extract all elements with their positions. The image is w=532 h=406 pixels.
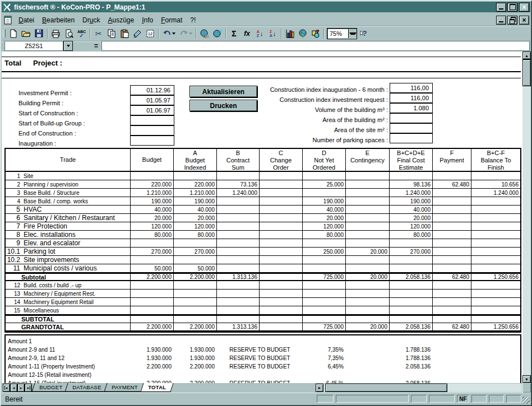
column-header[interactable]: Trade (6, 149, 131, 172)
value-cell[interactable]: 62.480 (433, 180, 471, 189)
value-cell[interactable] (131, 239, 174, 248)
value-cell[interactable]: 1.313.136 (217, 323, 260, 332)
value-cell[interactable] (471, 298, 520, 306)
value-cell[interactable] (471, 315, 520, 323)
value-cell[interactable]: 725.000 (303, 323, 346, 332)
value-cell[interactable] (390, 306, 433, 315)
value-cell[interactable] (303, 264, 346, 273)
value-cell[interactable] (217, 290, 260, 298)
maximize-button[interactable] (507, 3, 517, 12)
value-cell[interactable] (471, 239, 520, 248)
value-cell[interactable] (174, 290, 217, 298)
amount-percent[interactable]: 7,35% (303, 347, 346, 353)
value-cell[interactable] (260, 189, 303, 197)
amount-indexed[interactable]: 2.200.000 (174, 363, 217, 370)
resize-grip[interactable] (522, 396, 530, 404)
value-cell[interactable]: 220.000 (174, 180, 217, 189)
amount-budget[interactable]: 1.930.000 (131, 355, 174, 361)
value-cell[interactable] (217, 239, 260, 248)
tab-next-button[interactable]: ► (17, 384, 25, 392)
value-cell[interactable]: 98.136 (390, 180, 433, 189)
value-cell[interactable] (303, 290, 346, 298)
value-cell[interactable] (471, 264, 520, 273)
name-box[interactable]: Z52S1 (4, 41, 63, 51)
value-cell[interactable] (433, 306, 471, 315)
trade-cell[interactable]: 15Miscellaneous (6, 306, 131, 315)
amount-label[interactable]: Amount 2-9 and 11 (6, 347, 131, 353)
trade-cell[interactable]: SUBTOTAL (6, 315, 131, 323)
form-value-box[interactable]: 116,00 (390, 93, 433, 103)
value-cell[interactable] (303, 172, 346, 180)
tab-first-button[interactable]: ◄ (3, 384, 10, 392)
value-cell[interactable] (303, 298, 346, 306)
value-cell[interactable] (390, 239, 433, 248)
value-cell[interactable]: 20.000 (346, 248, 390, 256)
value-cell[interactable]: 20.000 (346, 323, 390, 332)
value-cell[interactable] (260, 281, 303, 290)
undo-dropdown-icon[interactable] (172, 32, 175, 35)
value-cell[interactable] (174, 256, 217, 264)
menu-item-format[interactable]: Format (157, 15, 186, 25)
value-cell[interactable] (346, 206, 390, 214)
value-cell[interactable] (131, 315, 174, 323)
menu-item-druck[interactable]: Druck (78, 15, 104, 25)
value-cell[interactable] (131, 256, 174, 264)
value-cell[interactable] (433, 264, 471, 273)
value-cell[interactable] (433, 172, 471, 180)
value-cell[interactable] (346, 281, 390, 290)
tab-last-button[interactable]: ► (25, 384, 32, 392)
value-cell[interactable] (303, 281, 346, 290)
value-cell[interactable] (217, 206, 260, 214)
column-header[interactable]: DNot YetOrdered (303, 149, 346, 172)
menu-item-auszge[interactable]: Auszüge (104, 15, 138, 25)
amount-label[interactable]: Amount 1-11 (Property Investment) (6, 363, 131, 370)
value-cell[interactable]: 725.000 (303, 273, 346, 281)
value-cell[interactable] (260, 315, 303, 323)
mdi-restore-button[interactable] (507, 16, 517, 25)
scroll-up-button[interactable]: ▲ (522, 52, 531, 59)
formula-input[interactable] (101, 41, 530, 51)
mdi-minimize-button[interactable] (496, 16, 506, 25)
value-cell[interactable] (217, 264, 260, 273)
value-cell[interactable] (260, 323, 303, 332)
amount-value[interactable]: 2.058.136 (390, 363, 433, 370)
paste-button[interactable] (118, 27, 131, 40)
help-button[interactable]: ? (358, 27, 371, 40)
value-cell[interactable] (217, 315, 260, 323)
value-cell[interactable] (346, 264, 390, 273)
value-cell[interactable] (260, 180, 303, 189)
value-cell[interactable]: 2.058.136 (390, 323, 433, 332)
spreadsheet-area[interactable]: Total Project : Investment Permit : 01.1… (2, 52, 522, 383)
value-cell[interactable] (471, 256, 520, 264)
value-cell[interactable]: 2.200.000 (131, 273, 174, 281)
amount-value[interactable]: 1.788.136 (390, 355, 433, 361)
menu-item-info[interactable]: Info (138, 15, 157, 25)
amount-note[interactable]: RESERVE TO BUDGET (217, 355, 303, 361)
value-cell[interactable] (471, 290, 520, 298)
value-cell[interactable]: 120.000 (390, 222, 433, 231)
trade-cell[interactable]: 3Base Build. / Structure (6, 189, 131, 197)
document-icon[interactable] (4, 16, 12, 25)
calendar-button[interactable]: 12 (144, 27, 156, 40)
value-cell[interactable]: 120.000 (131, 222, 174, 231)
sheet-tab-budget[interactable]: BUDGET (31, 383, 70, 392)
horizontal-scrollbar[interactable]: ◄ ► (316, 384, 522, 392)
horizontal-scroll-thumb[interactable] (325, 384, 447, 392)
value-cell[interactable] (471, 231, 520, 239)
value-cell[interactable] (433, 298, 471, 306)
form-value-box[interactable]: 01.12.96 (130, 85, 174, 95)
value-cell[interactable] (390, 264, 433, 273)
value-cell[interactable] (303, 256, 346, 264)
scroll-right-button[interactable]: ► (316, 384, 323, 392)
value-cell[interactable] (217, 231, 260, 239)
form-value-box[interactable]: 01.05.97 (130, 95, 174, 105)
form-value-box[interactable] (130, 125, 174, 136)
save-button[interactable] (33, 27, 45, 40)
amount-note[interactable]: RESERVE TO BUDGET (217, 347, 303, 353)
trade-cell[interactable]: 1Site (6, 172, 131, 180)
value-cell[interactable] (260, 172, 303, 180)
value-cell[interactable] (260, 206, 303, 214)
map-button[interactable] (296, 27, 309, 40)
amount-label[interactable]: Amount 1 (6, 338, 131, 344)
value-cell[interactable] (433, 315, 471, 323)
